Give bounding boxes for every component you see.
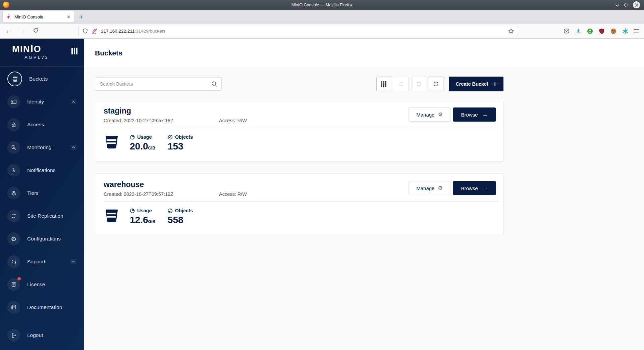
- reload-button[interactable]: [33, 28, 39, 35]
- window-minimize-button[interactable]: [615, 2, 620, 8]
- plus-icon: +: [493, 81, 497, 87]
- bucket-access: Access: R/W: [219, 191, 247, 197]
- delete-buckets-button[interactable]: [411, 77, 426, 91]
- pocket-icon[interactable]: [564, 28, 570, 34]
- sidebar-item-notifications[interactable]: λ Notifications: [0, 159, 84, 182]
- bucket-created: Created: 2022-10-27T09:57:18Z: [104, 118, 219, 123]
- pie-chart-icon: [130, 208, 135, 213]
- sidebar-item-identity[interactable]: Identity: [0, 90, 84, 113]
- sidebar-item-license[interactable]: License: [0, 273, 84, 296]
- tab-strip: MinIO Console ✕ +: [0, 10, 644, 24]
- page-title: Buckets: [84, 39, 644, 67]
- sidebar-item-logout[interactable]: Logout: [0, 324, 84, 347]
- search-input[interactable]: [95, 77, 222, 91]
- gear-icon: ⚙: [438, 185, 442, 191]
- window-titlebar: MinIO Console — Mozilla Firefox: [0, 0, 644, 10]
- tab-minio-console[interactable]: MinIO Console ✕: [3, 11, 74, 23]
- license-tag: AGPLv3: [24, 55, 84, 60]
- replication-icon: [398, 81, 404, 87]
- downloads-icon[interactable]: [575, 28, 581, 34]
- sidebar-item-tiers[interactable]: Tiers: [0, 182, 84, 205]
- browser-toolbar: ← → 217.160.222.211:31429/buckets: [0, 24, 644, 39]
- chevron-up-icon: [70, 259, 76, 264]
- bucket-icon-large: [104, 134, 119, 150]
- firefox-logo-icon: [3, 2, 9, 8]
- license-document-icon: [7, 278, 20, 291]
- sidebar-item-site-replication[interactable]: Site Replication: [0, 205, 84, 227]
- chevron-up-icon: [70, 145, 76, 150]
- search-icon: [211, 81, 218, 89]
- layers-icon: [7, 187, 20, 200]
- container-asterisk-icon[interactable]: [622, 28, 628, 34]
- minio-logo: MINO AGPLv3: [0, 39, 84, 67]
- sidebar-collapse-icon[interactable]: [71, 48, 77, 54]
- manage-button[interactable]: Manage ⚙: [409, 107, 450, 122]
- grid-icon: [381, 81, 387, 87]
- bucket-icon-large: [104, 208, 119, 223]
- sidebar-item-buckets[interactable]: Buckets: [0, 68, 84, 90]
- ublock-origin-icon[interactable]: [599, 28, 605, 34]
- forward-button[interactable]: →: [19, 28, 26, 35]
- usage-metric: Usage 20.0GiB: [130, 134, 155, 153]
- logout-icon: [7, 329, 20, 342]
- bucket-name: warehouse: [104, 180, 409, 189]
- identity-card-icon: [7, 95, 20, 108]
- url-text: 217.160.222.211:31429/buckets: [101, 29, 508, 34]
- sidebar-item-documentation[interactable]: Documentation: [0, 296, 84, 319]
- browse-button[interactable]: Browse →: [453, 181, 496, 195]
- sidebar: MINO AGPLv3 Buckets Identity: [0, 39, 84, 350]
- objects-icon: [168, 135, 173, 140]
- back-button[interactable]: ←: [5, 28, 12, 35]
- headset-icon: [7, 255, 20, 268]
- minio-flamingo-favicon: [6, 14, 11, 19]
- grid-view-button[interactable]: [376, 77, 391, 91]
- create-bucket-button[interactable]: Create Bucket +: [449, 77, 503, 91]
- pie-chart-icon: [130, 135, 135, 140]
- insecure-lock-icon[interactable]: [92, 28, 97, 34]
- tab-title: MinIO Console: [14, 14, 66, 19]
- objects-icon: [168, 208, 173, 213]
- bucket-icon: [7, 72, 22, 86]
- sidebar-item-support[interactable]: Support: [0, 250, 84, 273]
- replication-cycle-icon: [7, 210, 20, 222]
- cookie-extension-icon[interactable]: [610, 28, 616, 34]
- manage-button[interactable]: Manage ⚙: [409, 181, 450, 195]
- window-close-button[interactable]: [633, 1, 640, 8]
- objects-metric: Objects 153: [168, 134, 193, 153]
- refresh-icon: [433, 81, 439, 87]
- sidebar-item-configurations[interactable]: ⚙ Configurations: [0, 227, 84, 250]
- browse-button[interactable]: Browse →: [453, 107, 496, 122]
- window-title: MinIO Console — Mozilla Firefox: [0, 3, 644, 7]
- menu-hamburger-icon[interactable]: [634, 29, 639, 33]
- chevron-up-icon: [70, 99, 76, 104]
- tab-close-icon[interactable]: ✕: [66, 14, 71, 19]
- shield-permissions-icon[interactable]: [83, 28, 88, 34]
- bucket-access: Access: R/W: [219, 118, 247, 123]
- bucket-created: Created: 2022-10-27T09:57:19Z: [104, 191, 219, 197]
- objects-metric: Objects 558: [168, 208, 193, 227]
- new-tab-button[interactable]: +: [79, 14, 83, 20]
- url-bar[interactable]: 217.160.222.211:31429/buckets: [78, 26, 518, 36]
- usage-metric: Usage 12.6GiB: [130, 208, 155, 227]
- sidebar-item-access[interactable]: Access: [0, 113, 84, 136]
- bucket-card-warehouse: warehouse Created: 2022-10-27T09:57:19Z …: [95, 173, 503, 235]
- window-maximize-button[interactable]: [624, 2, 629, 7]
- bucket-card-staging: staging Created: 2022-10-27T09:57:18Z Ac…: [95, 100, 503, 162]
- gear-icon: ⚙: [7, 232, 20, 245]
- bucket-disabled-icon: [416, 81, 422, 87]
- bookmark-star-icon[interactable]: [508, 28, 514, 34]
- documentation-icon: [7, 301, 20, 314]
- bucket-name: staging: [104, 106, 409, 115]
- refresh-button[interactable]: [429, 77, 443, 91]
- lock-icon: [7, 118, 20, 131]
- arrow-right-icon: →: [482, 185, 488, 191]
- extension-green-icon[interactable]: [587, 28, 593, 34]
- gear-icon: ⚙: [438, 112, 442, 117]
- license-alert-dot: [17, 277, 21, 280]
- magnifier-icon: [7, 141, 20, 154]
- set-replication-button[interactable]: [394, 77, 409, 91]
- sidebar-item-monitoring[interactable]: Monitoring: [0, 136, 84, 159]
- arrow-right-icon: →: [482, 112, 488, 117]
- lambda-icon: λ: [7, 164, 20, 177]
